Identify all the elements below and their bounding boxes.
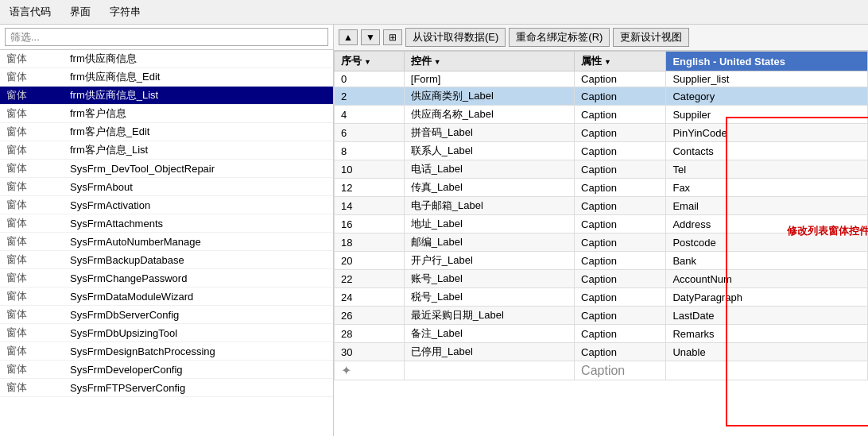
left-col2: SysFrmDbServerConfig xyxy=(64,306,333,324)
col-value[interactable]: Tel xyxy=(666,160,868,179)
left-table-row[interactable]: 窗体SysFrmAbout xyxy=(0,178,333,196)
filter-bar xyxy=(0,25,333,50)
col-value[interactable]: Fax xyxy=(666,179,868,197)
main-layout: 窗体frm供应商信息窗体frm供应商信息_Edit窗体frm供应商信息_List… xyxy=(0,25,868,436)
col-control: 联系人_Label xyxy=(404,142,574,160)
col-control: 税号_Label xyxy=(404,288,574,307)
col-value[interactable]: Postcode xyxy=(666,233,868,252)
col-value[interactable]: Unable xyxy=(666,343,868,361)
right-col-header-3[interactable]: English - United States xyxy=(666,52,868,71)
right-table-star-row[interactable]: ✦ Caption xyxy=(335,361,868,380)
left-table-row[interactable]: 窗体SysFrmDbServerConfig xyxy=(0,306,333,324)
right-table-row[interactable]: 30 已停用_Label Caption Unable xyxy=(335,343,868,361)
left-table-row[interactable]: 窗体SysFrmAutoNumberManage xyxy=(0,233,333,251)
menu-string[interactable]: 字符串 xyxy=(107,3,144,21)
col-attr: Caption xyxy=(575,215,666,233)
col-attr: Caption xyxy=(575,307,666,325)
right-table-row[interactable]: 26 最近采购日期_Label Caption LastDate xyxy=(335,307,868,325)
col-value[interactable]: Remarks xyxy=(666,325,868,343)
col-attr: Caption xyxy=(575,142,666,160)
right-table-row[interactable]: 28 备注_Label Caption Remarks xyxy=(335,325,868,343)
right-table-row[interactable]: 8 联系人_Label Caption Contacts xyxy=(335,142,868,160)
col-attr: Caption xyxy=(575,270,666,288)
toolbar-down-button[interactable]: ▼ xyxy=(361,29,380,45)
toolbar-refresh-button[interactable]: ⊞ xyxy=(383,29,402,45)
left-col1: 窗体 xyxy=(0,269,64,287)
right-table-row[interactable]: 0 [Form] Caption Supplier_list xyxy=(335,71,868,87)
right-table-row[interactable]: 18 邮编_Label Caption Postcode xyxy=(335,233,868,252)
right-table-row[interactable]: 12 传真_Label Caption Fax xyxy=(335,179,868,197)
col-control: 供应商类别_Label xyxy=(404,87,574,106)
left-table-row[interactable]: 窗体SysFrmChangePassword xyxy=(0,269,333,287)
col-id: 10 xyxy=(335,160,405,179)
left-table-row[interactable]: 窗体SysFrmDeveloperConfig xyxy=(0,361,333,379)
right-table-row[interactable]: 10 电话_Label Caption Tel xyxy=(335,160,868,179)
left-table-row[interactable]: 窗体SysFrmDesignBatchProcessing xyxy=(0,342,333,361)
col-value[interactable]: Supplier_list xyxy=(666,71,868,87)
sort-icon: ▼ xyxy=(364,58,371,66)
right-table-row[interactable]: 6 拼音码_Label Caption PinYinCode xyxy=(335,124,868,142)
right-col-header-0[interactable]: 序号▼ xyxy=(335,52,405,71)
col-value[interactable]: DatyParagraph xyxy=(666,288,868,307)
left-col1: 窗体 xyxy=(0,233,64,251)
col-value[interactable]: Bank xyxy=(666,252,868,270)
left-col1: 窗体 xyxy=(0,160,64,178)
left-col2: SysFrmBackupDatabase xyxy=(64,251,333,269)
sort-icon: ▼ xyxy=(604,58,611,66)
right-table-row[interactable]: 14 电子邮箱_Label Caption Email xyxy=(335,197,868,215)
right-table-row[interactable]: 2 供应商类别_Label Caption Category xyxy=(335,87,868,106)
left-col1: 窗体 xyxy=(0,306,64,324)
col-attr: Caption xyxy=(575,252,666,270)
right-table-row[interactable]: 20 开户行_Label Caption Bank xyxy=(335,252,868,270)
right-table: 序号▼控件▼属性▼English - United States 0 [Form… xyxy=(334,51,868,380)
left-table-row[interactable]: 窗体frm客户信息_List xyxy=(0,141,333,160)
left-table-row[interactable]: 窗体frm客户信息_Edit xyxy=(0,123,333,141)
left-table-row[interactable]: 窗体SysFrmDbUpsizingTool xyxy=(0,324,333,342)
col-value[interactable]: Email xyxy=(666,197,868,215)
col-value[interactable]: Category xyxy=(666,87,868,106)
toolbar-rename-tag-button[interactable]: 重命名绑定标签(R) xyxy=(509,28,610,47)
left-col1: 窗体 xyxy=(0,324,64,342)
right-table-row[interactable]: 4 供应商名称_Label Caption Suppiler xyxy=(335,106,868,124)
left-table-row[interactable]: 窗体frm供应商信息_Edit xyxy=(0,68,333,87)
left-table-row[interactable]: 窗体SysFrmAttachments xyxy=(0,214,333,233)
left-table-row[interactable]: 窗体SysFrmBackupDatabase xyxy=(0,251,333,269)
toolbar-fetch-data-button[interactable]: 从设计取得数据(E) xyxy=(405,28,506,47)
menu-interface[interactable]: 界面 xyxy=(67,3,94,21)
col-control: 拼音码_Label xyxy=(404,124,574,142)
col-control: 电话_Label xyxy=(404,160,574,179)
col-value[interactable]: Address xyxy=(666,215,868,233)
col-attr: Caption xyxy=(575,179,666,197)
col-id: 6 xyxy=(335,124,405,142)
left-table-row[interactable]: 窗体SysFrmActivation xyxy=(0,196,333,214)
filter-input[interactable] xyxy=(5,28,328,46)
col-value[interactable]: Suppiler xyxy=(666,106,868,124)
left-col1: 窗体 xyxy=(0,379,64,397)
left-col1: 窗体 xyxy=(0,342,64,361)
right-col-header-1[interactable]: 控件▼ xyxy=(404,52,574,71)
col-value[interactable]: AccountNum xyxy=(666,270,868,288)
left-col2: SysFrmDataModuleWizard xyxy=(64,287,333,306)
left-col1: 窗体 xyxy=(0,287,64,306)
col-value[interactable]: LastDate xyxy=(666,307,868,325)
left-table-row[interactable]: 窗体frm供应商信息_List xyxy=(0,87,333,105)
left-col1: 窗体 xyxy=(0,105,64,123)
right-table-row[interactable]: 24 税号_Label Caption DatyParagraph xyxy=(335,288,868,307)
left-table-row[interactable]: 窗体frm客户信息 xyxy=(0,105,333,123)
left-table-row[interactable]: 窗体SysFrmDataModuleWizard xyxy=(0,287,333,306)
menu-language-code[interactable]: 语言代码 xyxy=(6,3,54,21)
left-table-row[interactable]: 窗体frm供应商信息 xyxy=(0,50,333,68)
left-col2: SysFrmDeveloperConfig xyxy=(64,361,333,379)
col-control: 供应商名称_Label xyxy=(404,106,574,124)
col-attr: Caption xyxy=(575,87,666,106)
col-value[interactable]: PinYinCode xyxy=(666,124,868,142)
col-value[interactable]: Contacts xyxy=(666,142,868,160)
toolbar-update-view-button[interactable]: 更新设计视图 xyxy=(613,28,689,47)
right-col-header-2[interactable]: 属性▼ xyxy=(575,52,666,71)
left-table-row[interactable]: 窗体SysFrm_DevTool_ObjectRepair xyxy=(0,160,333,178)
star-value[interactable] xyxy=(666,361,868,380)
right-table-row[interactable]: 22 账号_Label Caption AccountNum xyxy=(335,270,868,288)
right-table-row[interactable]: 16 地址_Label Caption Address xyxy=(335,215,868,233)
toolbar-up-button[interactable]: ▲ xyxy=(339,29,358,45)
left-table-row[interactable]: 窗体SysFrmFTPServerConfig xyxy=(0,379,333,397)
